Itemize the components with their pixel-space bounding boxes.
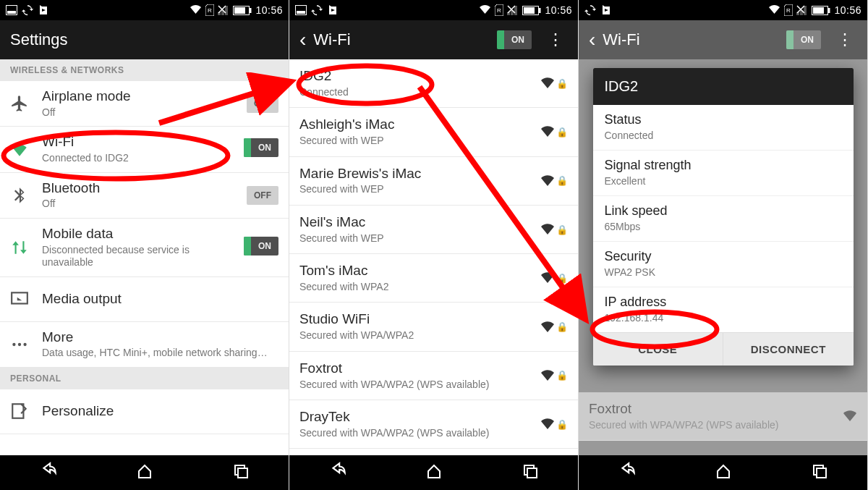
titlebar-wifi: ‹ Wi-Fi ON ⋮: [579, 20, 867, 59]
dialog-title: IDG2: [593, 68, 854, 105]
airplane-icon: [10, 94, 42, 113]
svg-rect-19: [524, 7, 535, 14]
nav-recent[interactable]: [522, 462, 539, 483]
status-wifi-icon: [190, 5, 202, 15]
row-title: Bluetooth: [42, 180, 239, 197]
wifi-signal-icon: 🔒: [540, 126, 568, 138]
status-wifi-icon: [479, 5, 491, 15]
row-subtitle: Off: [42, 106, 239, 119]
status-picture-icon: [295, 5, 307, 15]
personalize-icon: [10, 402, 42, 421]
ssid: DrayTek: [299, 409, 533, 426]
mobile-data-toggle[interactable]: ON: [244, 237, 278, 255]
screen-wifi-details: R 10:56 ‹ Wi-Fi ON ⋮ FoxtrotSecured with…: [579, 0, 868, 490]
mobile-data-icon: [10, 238, 42, 257]
detail-ip: IP address192.168.1.44: [593, 287, 854, 332]
nav-home[interactable]: [425, 462, 443, 483]
network-status: Secured with WPA/WPA2: [299, 329, 533, 342]
row-media-output[interactable]: Media output: [0, 277, 289, 322]
network-row[interactable]: FoxtrotSecured with WPA/WPA2 (WPS availa…: [289, 352, 578, 400]
media-output-icon: [10, 290, 42, 308]
nav-home[interactable]: [715, 462, 732, 483]
row-airplane[interactable]: Airplane mode Off OFF: [0, 81, 289, 127]
network-row[interactable]: Marie Brewis's iMacSecured with WEP 🔒: [289, 157, 578, 206]
more-icon: [10, 335, 42, 354]
network-row[interactable]: Ashleigh's iMacSecured with WEP 🔒: [289, 108, 578, 156]
row-subtitle: Connected to IDG2: [42, 152, 237, 165]
ssid: IDG2: [299, 68, 533, 85]
nav-recent[interactable]: [811, 462, 828, 483]
row-title: Mobile data: [42, 226, 237, 242]
lock-icon: 🔒: [556, 127, 568, 138]
wifi-master-toggle: ON: [786, 30, 821, 49]
detail-security: SecurityWPA2 PSK: [593, 242, 854, 287]
network-row[interactable]: Studio WiFiSecured with WPA/WPA2 🔒: [289, 303, 578, 351]
titlebar-settings: Settings: [0, 20, 289, 59]
status-picture-icon: [6, 5, 17, 15]
svg-point-7: [12, 343, 15, 346]
network-row[interactable]: DrayTekSecured with WPA/WPA2 (WPS availa…: [289, 400, 578, 449]
svg-rect-15: [297, 11, 305, 14]
network-row[interactable]: Neil's iMacSecured with WEP 🔒: [289, 206, 578, 254]
row-personalize[interactable]: Personalize: [0, 389, 289, 434]
section-personal: PERSONAL: [0, 368, 289, 389]
detail-link-speed: Link speed65Mbps: [593, 196, 854, 242]
lock-icon: 🔒: [556, 419, 568, 430]
row-title: More: [42, 329, 278, 346]
status-sync-icon: [311, 4, 323, 16]
close-button[interactable]: CLOSE: [593, 333, 723, 366]
row-subtitle: Off: [42, 198, 239, 211]
wifi-signal-icon: 🔒: [540, 272, 568, 284]
status-play-icon: [327, 4, 339, 16]
statusbar: R 10:56: [289, 0, 578, 20]
navbar: [289, 455, 578, 490]
ssid: Studio WiFi: [299, 311, 533, 328]
row-title: Wi-Fi: [42, 134, 237, 151]
titlebar-wifi: ‹ Wi-Fi ON ⋮: [289, 20, 578, 59]
wifi-signal-icon: 🔒: [540, 224, 568, 235]
status-play-icon: [38, 4, 49, 16]
svg-text:R: R: [787, 7, 791, 14]
network-row[interactable]: Tom's iMacSecured with WPA2 🔒: [289, 254, 578, 303]
wifi-icon: [10, 140, 42, 159]
overflow-menu[interactable]: ⋮: [537, 35, 568, 44]
row-more[interactable]: More Data usage, HTC Mini+, mobile netwo…: [0, 322, 289, 368]
svg-rect-5: [234, 7, 245, 14]
row-mobile-data[interactable]: Mobile data Disconnected because service…: [0, 219, 289, 277]
network-row[interactable]: IDG2 Connected 🔒: [289, 59, 578, 108]
back-button[interactable]: ‹: [299, 30, 306, 50]
network-status: Connected: [299, 86, 533, 99]
network-status: Secured with WPA2: [299, 281, 533, 294]
airplane-toggle[interactable]: OFF: [247, 94, 278, 113]
network-status: Secured with WEP: [299, 232, 533, 245]
svg-rect-6: [12, 293, 27, 304]
wifi-signal-icon: 🔒: [540, 370, 568, 381]
wifi-signal-icon: 🔒: [540, 175, 568, 187]
navbar: [0, 455, 289, 490]
status-sim-icon: R: [205, 4, 214, 16]
bluetooth-toggle[interactable]: OFF: [247, 186, 278, 205]
svg-rect-10: [12, 405, 23, 419]
nav-back[interactable]: [618, 462, 637, 483]
wifi-toggle[interactable]: ON: [244, 138, 278, 157]
svg-rect-26: [813, 7, 824, 14]
status-clock: 10:56: [545, 4, 572, 16]
back-button: ‹: [589, 30, 595, 50]
wifi-master-toggle[interactable]: ON: [497, 30, 532, 49]
statusbar: R 10:56: [0, 0, 289, 20]
nav-recent[interactable]: [232, 462, 250, 483]
status-signal-icon: [796, 5, 808, 15]
status-battery-icon: [233, 6, 252, 15]
nav-back[interactable]: [39, 462, 58, 483]
row-subtitle: Disconnected because service is unavaila…: [42, 244, 237, 269]
nav-home[interactable]: [136, 462, 153, 483]
status-sync-icon: [584, 4, 596, 16]
settings-list[interactable]: WIRELESS & NETWORKS Airplane mode Off OF…: [0, 59, 289, 455]
nav-back[interactable]: [328, 462, 347, 483]
row-bluetooth[interactable]: Bluetooth Off OFF: [0, 173, 289, 219]
wifi-network-list[interactable]: IDG2 Connected 🔒 Ashleigh's iMacSecured …: [289, 59, 578, 455]
wifi-signal-icon: 🔒: [540, 321, 568, 333]
disconnect-button[interactable]: DISCONNECT: [723, 333, 854, 366]
row-wifi[interactable]: Wi-Fi Connected to IDG2 ON: [0, 127, 289, 172]
ssid: Ashleigh's iMac: [299, 117, 533, 133]
